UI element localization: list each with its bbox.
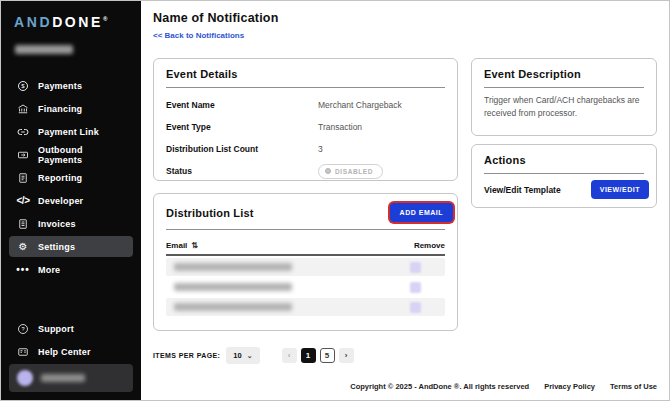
card-out-icon: [16, 148, 30, 161]
invoice-icon: [16, 217, 30, 230]
status-badge-label: DISABLED: [335, 168, 373, 175]
email-redacted: [174, 303, 292, 311]
detail-label: Distribution List Count: [166, 144, 318, 154]
main-content: Name of Notification << Back to Notifica…: [141, 1, 670, 400]
detail-label: Status: [166, 166, 318, 176]
distribution-rows: [166, 258, 445, 316]
sidebar-item-outbound-payments[interactable]: Outbound Payments: [9, 144, 133, 165]
actions-row: View/Edit Template VIEW/EDIT: [484, 180, 644, 199]
logo-registered-mark: ®: [103, 16, 107, 22]
divider: [166, 229, 445, 230]
code-icon: </>: [16, 194, 30, 207]
footer: Copyright © 2025 - AndDone ®. All rights…: [350, 382, 657, 391]
link-icon: [16, 125, 30, 138]
next-page-button[interactable]: ›: [339, 348, 354, 363]
dollar-circle-icon: $: [16, 79, 30, 92]
distribution-list-card: Distribution List ADD EMAIL Email⇅ Remov…: [153, 193, 458, 331]
ellipsis-icon: •••: [16, 263, 30, 276]
email-redacted: [174, 263, 292, 271]
detail-row-event-name: Event Name Merchant Chargeback: [166, 94, 445, 116]
items-per-page-value: 10: [233, 351, 241, 360]
email-redacted: [174, 283, 292, 291]
remove-checkbox-redacted[interactable]: [410, 262, 421, 273]
event-description-title: Event Description: [484, 68, 644, 80]
detail-label: Event Type: [166, 122, 318, 132]
view-edit-button[interactable]: VIEW/EDIT: [591, 180, 649, 199]
sidebar-item-label: Help Center: [38, 347, 91, 357]
sidebar-item-label: Invoices: [38, 219, 76, 229]
sidebar-item-support[interactable]: ? Support: [9, 318, 133, 339]
sidebar-item-financing[interactable]: Financing: [9, 98, 133, 119]
bank-icon: [16, 102, 30, 115]
sidebar-nav: $ Payments Financing Payment Link: [1, 75, 141, 362]
back-to-notifications-link[interactable]: << Back to Notifications: [153, 31, 244, 40]
divider: [484, 87, 644, 88]
items-per-page-label: ITEMS PER PAGE:: [153, 352, 220, 359]
actions-title: Actions: [484, 154, 644, 166]
sidebar-item-label: Settings: [38, 242, 75, 252]
add-email-button[interactable]: ADD EMAIL: [390, 203, 453, 222]
logo-accent-text: AND: [14, 14, 52, 30]
items-per-page-select[interactable]: 10 ⌄: [226, 347, 259, 364]
actions-card: Actions View/Edit Template VIEW/EDIT: [471, 144, 657, 208]
terms-of-use-link[interactable]: Terms of Use: [610, 382, 657, 391]
sidebar-item-more[interactable]: ••• More: [9, 259, 133, 280]
distribution-list-header: Distribution List ADD EMAIL: [166, 203, 445, 222]
sidebar-item-settings[interactable]: ⚙ Settings: [9, 236, 133, 257]
email-header-label: Email: [166, 241, 187, 250]
event-description-card: Event Description Trigger when Card/ACH …: [471, 58, 657, 136]
detail-row-event-type: Event Type Transaction: [166, 116, 445, 138]
page-button-5[interactable]: 5: [320, 348, 335, 363]
report-icon: [16, 171, 30, 184]
anddone-logo: ANDDONE®: [1, 1, 141, 30]
status-badge: DISABLED: [318, 164, 383, 179]
remove-checkbox-redacted[interactable]: [410, 282, 421, 293]
remove-checkbox-redacted[interactable]: [410, 302, 421, 313]
help-circle-icon: ?: [16, 322, 30, 335]
user-profile-chip[interactable]: [9, 364, 133, 392]
detail-value: Merchant Chargeback: [318, 100, 402, 110]
detail-row-status: Status DISABLED: [166, 160, 445, 182]
sidebar-item-label: More: [38, 265, 60, 275]
account-name-redacted: [15, 45, 73, 54]
sidebar-item-payment-link[interactable]: Payment Link: [9, 121, 133, 142]
sidebar-item-developer[interactable]: </> Developer: [9, 190, 133, 211]
gear-icon: ⚙: [16, 240, 30, 253]
pager: ‹ 1 5 ›: [282, 348, 354, 363]
sidebar-item-label: Reporting: [38, 173, 82, 183]
svg-text:$: $: [21, 83, 25, 89]
table-row: [166, 298, 445, 316]
view-edit-template-label: View/Edit Template: [484, 185, 561, 195]
sidebar-item-label: Payment Link: [38, 127, 99, 137]
privacy-policy-link[interactable]: Privacy Policy: [544, 382, 595, 391]
page-title: Name of Notification: [153, 11, 279, 25]
sidebar-item-label: Outbound Payments: [38, 145, 126, 165]
sidebar-spacer: [1, 280, 141, 316]
sidebar-item-reporting[interactable]: Reporting: [9, 167, 133, 188]
remove-column-header: Remove: [414, 241, 445, 250]
sort-icon[interactable]: ⇅: [191, 241, 198, 250]
sidebar-item-label: Financing: [38, 104, 82, 114]
table-row: [166, 258, 445, 276]
sidebar-item-payments[interactable]: $ Payments: [9, 75, 133, 96]
status-dot-icon: [325, 168, 331, 174]
sidebar-item-label: Support: [38, 324, 74, 334]
help-center-icon: [16, 345, 30, 358]
page-button-1[interactable]: 1: [301, 348, 316, 363]
sidebar-item-help-center[interactable]: Help Center: [9, 341, 133, 362]
event-details-title: Event Details: [166, 68, 445, 80]
chevron-down-icon: ⌄: [247, 354, 253, 358]
divider: [166, 87, 445, 88]
prev-page-button[interactable]: ‹: [282, 348, 297, 363]
app-window: ANDDONE® $ Payments Financing Payment Li…: [0, 0, 670, 401]
table-header: Email⇅ Remove: [166, 236, 445, 256]
sidebar-item-invoices[interactable]: Invoices: [9, 213, 133, 234]
email-column-header: Email⇅: [166, 241, 198, 250]
sidebar: ANDDONE® $ Payments Financing Payment Li…: [1, 1, 141, 400]
logo-text: DONE: [52, 14, 103, 30]
table-row: [166, 278, 445, 296]
sidebar-item-label: Developer: [38, 196, 83, 206]
detail-value: 3: [318, 144, 323, 154]
detail-label: Event Name: [166, 100, 318, 110]
detail-row-distribution-count: Distribution List Count 3: [166, 138, 445, 160]
